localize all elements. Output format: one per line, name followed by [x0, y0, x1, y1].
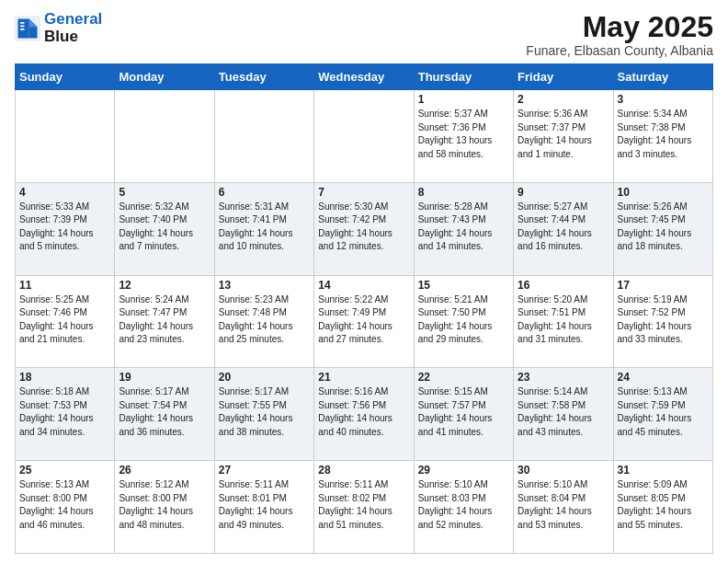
- day-number: 31: [618, 464, 709, 477]
- day-info-line: Sunrise: 5:27 AM: [518, 201, 609, 214]
- day-number: 2: [518, 93, 609, 106]
- calendar-day-13: 13Sunrise: 5:23 AMSunset: 7:48 PMDayligh…: [214, 275, 313, 368]
- day-info-line: Sunset: 7:48 PM: [219, 306, 310, 320]
- calendar-empty-cell: [115, 90, 214, 183]
- day-info-line: Sunrise: 5:10 AM: [518, 478, 609, 492]
- day-number: 18: [19, 371, 110, 384]
- day-info-line: Sunset: 7:55 PM: [219, 399, 310, 413]
- day-number: 29: [418, 464, 509, 477]
- day-info-line: Sunrise: 5:15 AM: [418, 385, 509, 399]
- day-info-line: and 52 minutes.: [418, 519, 509, 533]
- day-info-line: Sunset: 8:00 PM: [19, 492, 110, 506]
- day-info-line: Daylight: 14 hours: [318, 227, 409, 241]
- logo: General Blue: [15, 11, 102, 45]
- calendar-day-25: 25Sunrise: 5:13 AMSunset: 8:00 PMDayligh…: [16, 461, 115, 554]
- day-info-line: Daylight: 14 hours: [219, 412, 310, 426]
- day-number: 21: [318, 371, 409, 384]
- day-info-line: and 45 minutes.: [618, 426, 709, 440]
- day-info-line: and 49 minutes.: [219, 519, 310, 533]
- day-info-line: and 5 minutes.: [19, 240, 110, 254]
- day-info-line: Sunset: 7:43 PM: [418, 213, 509, 227]
- day-info-line: and 31 minutes.: [518, 333, 609, 347]
- day-info-line: and 38 minutes.: [219, 426, 310, 440]
- day-info-line: Sunset: 8:01 PM: [219, 492, 310, 506]
- calendar-day-9: 9Sunrise: 5:27 AMSunset: 7:44 PMDaylight…: [514, 182, 613, 275]
- day-info-line: Sunrise: 5:10 AM: [418, 478, 509, 492]
- day-info-line: and 34 minutes.: [19, 426, 110, 440]
- day-number: 25: [19, 464, 110, 477]
- day-info-line: Sunrise: 5:14 AM: [518, 385, 609, 399]
- header: General Blue May 2025 Funare, Elbasan Co…: [15, 11, 713, 58]
- day-info-line: and 25 minutes.: [219, 333, 310, 347]
- day-info-line: Sunset: 7:36 PM: [418, 121, 509, 135]
- day-info-line: and 36 minutes.: [119, 426, 210, 440]
- day-info-line: Sunset: 7:59 PM: [618, 399, 709, 413]
- day-info-line: and 1 minute.: [518, 148, 609, 162]
- day-info-line: Sunset: 7:51 PM: [518, 306, 609, 320]
- calendar-day-17: 17Sunrise: 5:19 AMSunset: 7:52 PMDayligh…: [613, 275, 712, 368]
- day-info-line: Sunset: 7:53 PM: [19, 399, 110, 413]
- day-info-line: Daylight: 14 hours: [219, 227, 310, 241]
- day-info-line: and 29 minutes.: [418, 333, 509, 347]
- day-info-line: and 3 minutes.: [618, 148, 709, 162]
- calendar-week-row: 1Sunrise: 5:37 AMSunset: 7:36 PMDaylight…: [16, 90, 713, 183]
- calendar-day-19: 19Sunrise: 5:17 AMSunset: 7:54 PMDayligh…: [115, 368, 214, 461]
- day-info-line: Sunset: 7:50 PM: [418, 306, 509, 320]
- day-info-line: and 14 minutes.: [418, 240, 509, 254]
- day-number: 28: [318, 464, 409, 477]
- calendar-day-18: 18Sunrise: 5:18 AMSunset: 7:53 PMDayligh…: [16, 368, 115, 461]
- day-info-line: Sunrise: 5:31 AM: [219, 201, 310, 214]
- day-number: 8: [418, 186, 509, 199]
- calendar-weekday-sunday: Sunday: [16, 64, 115, 90]
- day-number: 13: [219, 279, 310, 292]
- calendar-empty-cell: [314, 90, 414, 183]
- day-info-line: and 41 minutes.: [418, 426, 509, 440]
- calendar-weekday-tuesday: Tuesday: [214, 64, 313, 90]
- day-info-line: Sunrise: 5:28 AM: [418, 201, 509, 214]
- day-number: 19: [119, 371, 210, 384]
- day-number: 7: [318, 186, 409, 199]
- day-info-line: Sunrise: 5:21 AM: [418, 293, 509, 307]
- calendar-day-27: 27Sunrise: 5:11 AMSunset: 8:01 PMDayligh…: [214, 461, 313, 554]
- day-number: 30: [518, 464, 609, 477]
- day-info-line: and 40 minutes.: [318, 426, 409, 440]
- day-number: 20: [219, 371, 310, 384]
- day-info-line: and 53 minutes.: [518, 519, 609, 533]
- day-info-line: Sunrise: 5:16 AM: [318, 385, 409, 399]
- day-info-line: Sunrise: 5:22 AM: [318, 293, 409, 307]
- day-info-line: Sunset: 7:58 PM: [518, 399, 609, 413]
- day-info-line: Sunset: 7:57 PM: [418, 399, 509, 413]
- day-info-line: and 7 minutes.: [119, 240, 210, 254]
- day-info-line: Sunset: 7:56 PM: [318, 399, 409, 413]
- day-info-line: Sunrise: 5:17 AM: [219, 385, 310, 399]
- day-number: 22: [418, 371, 509, 384]
- day-info-line: Sunset: 7:38 PM: [618, 121, 709, 135]
- calendar-day-5: 5Sunrise: 5:32 AMSunset: 7:40 PMDaylight…: [115, 182, 214, 275]
- day-info-line: Sunset: 7:54 PM: [119, 399, 210, 413]
- day-info-line: Sunset: 7:45 PM: [618, 213, 709, 227]
- day-info-line: Sunrise: 5:26 AM: [618, 201, 709, 214]
- day-info-line: Daylight: 14 hours: [219, 505, 310, 519]
- day-info-line: Daylight: 14 hours: [19, 412, 110, 426]
- day-number: 17: [618, 279, 709, 292]
- day-info-line: Sunset: 7:46 PM: [19, 306, 110, 320]
- svg-rect-6: [20, 29, 24, 30]
- day-number: 4: [19, 186, 110, 199]
- calendar-day-15: 15Sunrise: 5:21 AMSunset: 7:50 PMDayligh…: [414, 275, 513, 368]
- day-info-line: Daylight: 14 hours: [618, 505, 709, 519]
- day-info-line: Daylight: 14 hours: [618, 227, 709, 241]
- day-info-line: Daylight: 14 hours: [518, 412, 609, 426]
- day-info-line: and 55 minutes.: [618, 519, 709, 533]
- calendar-weekday-saturday: Saturday: [613, 64, 712, 90]
- day-info-line: Sunrise: 5:09 AM: [618, 478, 709, 492]
- calendar-day-31: 31Sunrise: 5:09 AMSunset: 8:05 PMDayligh…: [613, 461, 712, 554]
- calendar-day-4: 4Sunrise: 5:33 AMSunset: 7:39 PMDaylight…: [16, 182, 115, 275]
- svg-rect-4: [20, 22, 24, 24]
- calendar-day-16: 16Sunrise: 5:20 AMSunset: 7:51 PMDayligh…: [514, 275, 613, 368]
- day-info-line: Sunrise: 5:25 AM: [19, 293, 110, 307]
- calendar-weekday-friday: Friday: [514, 64, 613, 90]
- day-number: 27: [219, 464, 310, 477]
- day-info-line: Daylight: 14 hours: [119, 227, 210, 241]
- day-info-line: Sunrise: 5:12 AM: [119, 478, 210, 492]
- day-info-line: and 16 minutes.: [518, 240, 609, 254]
